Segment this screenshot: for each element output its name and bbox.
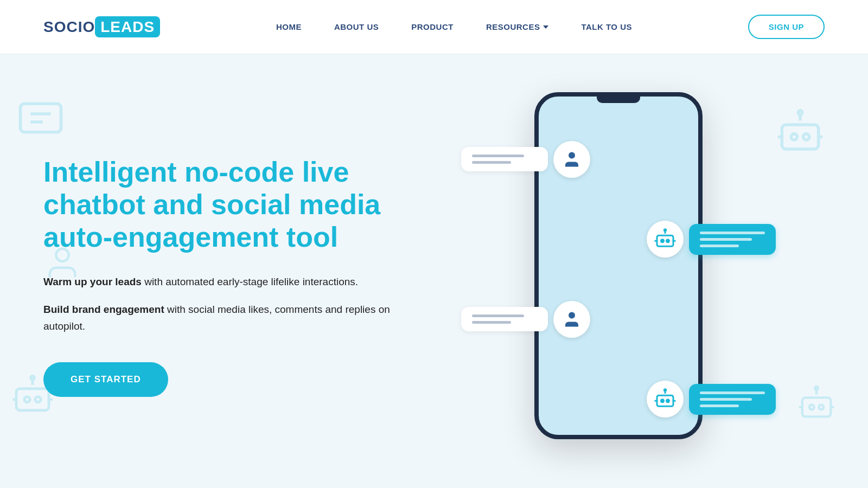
hero-desc1-rest: with automated early-stage lifelike inte…: [142, 276, 358, 287]
bubble-line: [700, 404, 739, 407]
navbar: SOCIOLEADS HOME ABOUT US PRODUCT RESOURC…: [0, 0, 868, 54]
bg-chat-icon-tl: [16, 98, 65, 146]
svg-point-16: [569, 152, 575, 158]
nav-home[interactable]: HOME: [276, 22, 302, 31]
hero-illustration: [412, 92, 825, 461]
bubble-line: [700, 398, 752, 401]
bubble-line: [472, 155, 524, 157]
chevron-down-icon: [543, 25, 548, 29]
chat-row-3: [461, 301, 749, 338]
nav-talk[interactable]: TALK TO US: [581, 22, 632, 31]
hero-section: Intelligent no-code live chatbot and soc…: [0, 54, 868, 488]
bubble-blue-1: [689, 224, 776, 255]
bot-avatar-2: [647, 381, 684, 418]
bubble-line: [472, 321, 511, 324]
nav-resources[interactable]: RESOURCES: [486, 22, 549, 31]
bubble-line: [472, 161, 511, 164]
svg-point-4: [24, 397, 30, 402]
hero-desc2-bold: Build brand engagement: [43, 304, 164, 315]
phone-notch: [597, 97, 640, 103]
bubble-white-2: [461, 307, 548, 331]
bubble-white-1: [461, 147, 548, 171]
svg-point-6: [31, 376, 35, 380]
bubble-line: [700, 245, 739, 247]
chat-row-4: [488, 381, 776, 418]
svg-point-5: [35, 397, 41, 402]
bot-avatar-1: [647, 221, 684, 258]
svg-point-20: [664, 229, 666, 231]
svg-point-24: [667, 400, 669, 402]
user-avatar-2: [553, 301, 590, 338]
user-icon: [562, 150, 582, 169]
svg-rect-17: [657, 236, 673, 247]
hero-desc2: Build brand engagement with social media…: [43, 301, 412, 335]
chat-row-2: [488, 221, 776, 258]
signup-button[interactable]: SIGN UP: [748, 15, 825, 39]
hero-desc1: Warm up your leads with automated early-…: [43, 273, 412, 290]
chat-row-1: [461, 141, 749, 178]
logo[interactable]: SOCIOLEADS: [43, 18, 160, 36]
bubble-line: [700, 391, 765, 394]
user-icon-2: [562, 310, 582, 329]
bot-icon-2: [654, 388, 676, 410]
nav-about[interactable]: ABOUT US: [334, 22, 379, 31]
hero-desc1-bold: Warm up your leads: [43, 276, 142, 287]
bot-icon-1: [654, 228, 676, 250]
bubble-blue-2: [689, 384, 776, 415]
hero-title: Intelligent no-code live chatbot and soc…: [43, 156, 412, 253]
bubble-line: [700, 238, 752, 241]
svg-rect-22: [657, 396, 673, 407]
chat-bubbles: [483, 108, 754, 450]
bubble-line: [700, 232, 765, 234]
hero-content: Intelligent no-code live chatbot and soc…: [43, 156, 412, 396]
logo-leads: LEADS: [95, 16, 160, 37]
nav-links: HOME ABOUT US PRODUCT RESOURCES TALK TO …: [276, 22, 632, 31]
svg-point-21: [569, 312, 575, 318]
svg-point-19: [667, 240, 669, 242]
phone-mockup: [515, 92, 722, 461]
bubble-line: [472, 314, 524, 317]
svg-rect-0: [21, 104, 61, 132]
svg-point-18: [661, 240, 664, 242]
user-avatar-1: [553, 141, 590, 178]
get-started-button[interactable]: GET STARTED: [43, 362, 168, 397]
svg-point-25: [664, 389, 666, 391]
nav-product[interactable]: PRODUCT: [411, 22, 454, 31]
svg-point-23: [661, 400, 664, 402]
logo-socio: SOCIO: [43, 18, 95, 35]
